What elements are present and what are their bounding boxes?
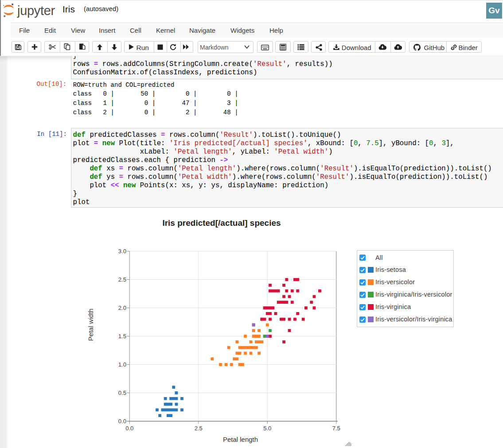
svg-text:5.0: 5.0 — [263, 425, 271, 432]
svg-text:0.5: 0.5 — [118, 390, 126, 396]
svg-text:0.0: 0.0 — [125, 425, 133, 432]
svg-text:2.5: 2.5 — [118, 276, 126, 283]
svg-text:0.0: 0.0 — [118, 418, 126, 425]
svg-text:7.5: 7.5 — [332, 425, 340, 432]
svg-text:1.0: 1.0 — [118, 361, 126, 368]
svg-text:Petal width: Petal width — [87, 309, 94, 341]
svg-text:3.0: 3.0 — [118, 248, 126, 255]
svg-text:1.5: 1.5 — [118, 333, 126, 340]
svg-text:2.5: 2.5 — [195, 425, 203, 432]
svg-text:Petal length: Petal length — [223, 436, 258, 443]
svg-text:2.0: 2.0 — [118, 305, 126, 311]
